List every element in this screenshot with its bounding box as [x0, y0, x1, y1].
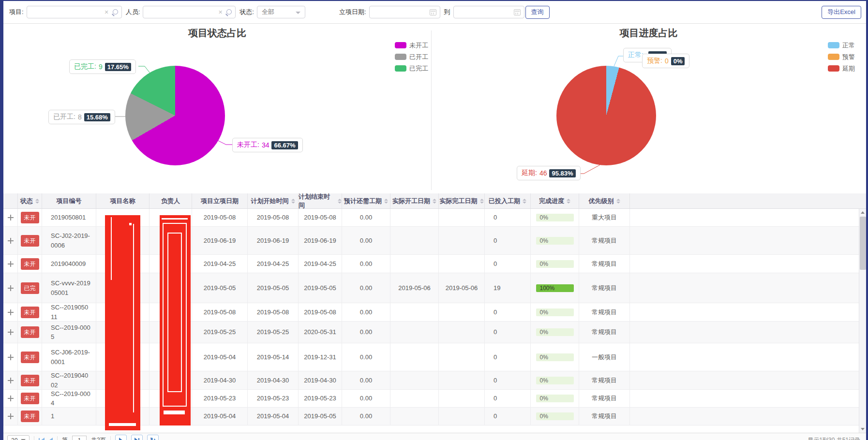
expand-plus-icon[interactable]: [8, 329, 14, 335]
column-header-12[interactable]: 完成进度: [531, 193, 579, 208]
date-to-field[interactable]: [453, 6, 524, 18]
expand-plus-icon[interactable]: [8, 309, 14, 315]
chart-title-status: 项目状态占比: [3, 27, 431, 40]
expand-plus-icon[interactable]: [8, 285, 14, 291]
next-page-icon: [119, 438, 123, 440]
scroll-up-button[interactable]: [859, 209, 866, 216]
project-search-field[interactable]: ✕: [27, 6, 122, 18]
sort-icon[interactable]: [35, 199, 39, 204]
expand-cell: [3, 273, 18, 303]
expand-cell: [3, 227, 18, 254]
sort-icon[interactable]: [480, 199, 484, 204]
calendar-icon[interactable]: [514, 9, 521, 15]
callout-not-started: 未开工: 34 66.67%: [232, 138, 303, 152]
search-icon[interactable]: [225, 9, 232, 15]
expand-plus-icon[interactable]: [8, 413, 14, 419]
remain-cell: 0.00: [342, 343, 390, 371]
status-select[interactable]: 全部: [257, 6, 305, 18]
expand-plus-icon[interactable]: [8, 261, 14, 267]
legend-item[interactable]: 预警: [828, 54, 855, 60]
separator: [110, 436, 111, 440]
column-header-9[interactable]: 实际开工日期: [390, 193, 439, 208]
search-button[interactable]: 查询: [525, 6, 550, 19]
expand-plus-icon[interactable]: [8, 238, 14, 244]
sort-icon[interactable]: [616, 199, 620, 204]
callout-name: 已完工:: [74, 62, 96, 71]
progress-cell: 0%: [531, 322, 579, 343]
priority-cell: 常规项目: [579, 273, 630, 303]
project-label: 项目:: [9, 8, 24, 16]
clear-icon[interactable]: ✕: [218, 9, 223, 15]
column-header-4: 负责人: [150, 193, 192, 208]
legend-item[interactable]: 已开工: [395, 54, 428, 60]
project-input[interactable]: [30, 7, 103, 17]
plan-end-cell: 2019-05-05: [299, 408, 342, 425]
sort-icon[interactable]: [523, 199, 526, 204]
page-size-select[interactable]: 30: [7, 435, 30, 440]
legend-item[interactable]: 正常: [828, 42, 855, 48]
next-page-button[interactable]: [115, 435, 127, 440]
callout-pct-badge: 17.65%: [105, 63, 131, 71]
legend-item[interactable]: 已完工: [395, 65, 428, 72]
callout-name: 未开工:: [237, 141, 259, 149]
column-header-13[interactable]: 优先级别: [579, 193, 630, 208]
refresh-button[interactable]: ↻: [147, 435, 159, 440]
vertical-scrollbar[interactable]: [859, 209, 866, 433]
callout-delay: 延期: 46 95.83%: [517, 166, 581, 180]
redaction-block-project-name: [105, 215, 140, 430]
column-header-10[interactable]: 实际完工日期: [439, 193, 485, 208]
sort-icon[interactable]: [433, 199, 436, 204]
first-page-button[interactable]: [39, 438, 45, 440]
expand-plus-icon[interactable]: [8, 215, 14, 220]
pie-project-status[interactable]: [125, 66, 225, 165]
export-excel-button[interactable]: 导出Excel: [822, 6, 861, 19]
progress-bar: 0%: [536, 308, 574, 316]
progress-bar: 0%: [536, 260, 574, 268]
row-filler: [630, 371, 866, 389]
status-badge: 未开: [21, 212, 39, 223]
actual-end-cell: 2019-05-06: [439, 273, 485, 303]
actual-end-cell: [439, 322, 485, 343]
priority-cell: 常规项目: [579, 390, 630, 407]
legend-item[interactable]: 未开工: [395, 42, 428, 48]
status-cell: 未开: [18, 303, 42, 321]
date-to-input[interactable]: [457, 7, 512, 17]
row-filler: [630, 273, 866, 303]
actual-end-cell: [439, 255, 485, 273]
prev-page-button[interactable]: [49, 438, 53, 440]
start-cell: 2019-05-08: [192, 303, 248, 321]
date-from-field[interactable]: [369, 6, 440, 18]
expand-cell: [3, 303, 18, 321]
status-cell: 未开: [18, 227, 42, 254]
scrollbar-thumb[interactable]: [860, 217, 866, 270]
separator: [57, 436, 58, 440]
expand-plus-icon[interactable]: [8, 378, 14, 383]
legend-item[interactable]: 延期: [828, 65, 855, 72]
column-header-7[interactable]: 计划结束时间: [299, 193, 342, 208]
sort-icon[interactable]: [567, 199, 570, 204]
search-icon[interactable]: [112, 9, 118, 15]
date-from-input[interactable]: [373, 7, 428, 17]
column-header-1[interactable]: 状态: [18, 193, 42, 208]
column-header-8[interactable]: 预计还需工期: [342, 193, 390, 208]
sort-icon[interactable]: [291, 199, 295, 204]
clear-icon[interactable]: ✕: [104, 9, 108, 15]
person-input[interactable]: [146, 7, 219, 17]
column-header-11[interactable]: 已投入工期: [485, 193, 531, 208]
calendar-icon[interactable]: [430, 9, 436, 15]
person-search-field[interactable]: ✕: [143, 6, 236, 18]
sort-icon[interactable]: [338, 199, 342, 204]
pagination-bar: 30 第 共2页 ↻ 显示1到30,共51记录: [3, 433, 866, 440]
pie-project-progress[interactable]: [556, 66, 656, 165]
scroll-down-button[interactable]: [859, 425, 866, 433]
expand-plus-icon[interactable]: [8, 396, 14, 401]
sort-icon[interactable]: [384, 199, 388, 204]
expand-plus-icon[interactable]: [8, 354, 14, 360]
column-header-6[interactable]: 计划开始时间: [248, 193, 299, 208]
callout-value: 9: [99, 63, 103, 71]
triangle-up-icon: [861, 211, 865, 214]
remain-cell: 0.00: [342, 273, 390, 303]
page-number-input[interactable]: [72, 436, 87, 440]
refresh-icon: ↻: [150, 437, 156, 440]
last-page-button[interactable]: [131, 435, 143, 440]
